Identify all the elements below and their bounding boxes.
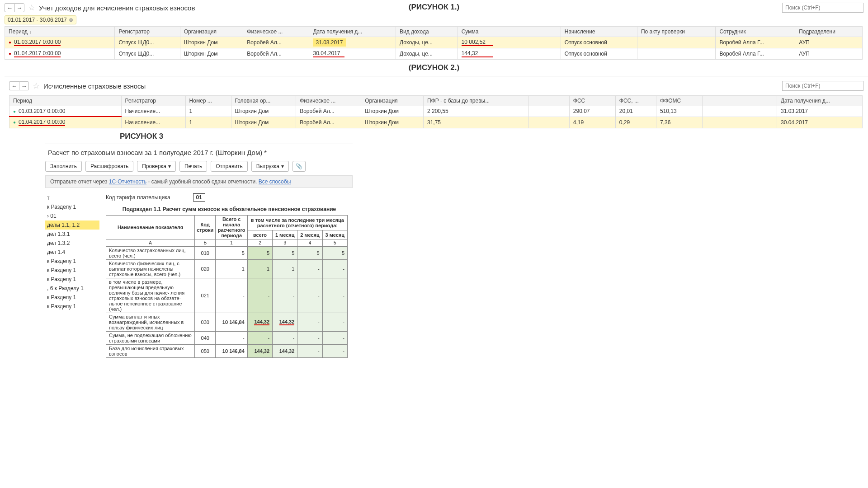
close-icon[interactable]: ⊗ bbox=[69, 17, 73, 23]
export-button[interactable]: Выгрузка▾ bbox=[251, 161, 289, 172]
send-button[interactable]: Отправить bbox=[211, 161, 248, 172]
tree-item[interactable]: т bbox=[45, 193, 99, 202]
section-tree[interactable]: тк Разделу 1› 01делы 1.1, 1.2дел 1.3.1де… bbox=[45, 193, 99, 358]
tree-item[interactable]: , 6 к Разделу 1 bbox=[45, 284, 99, 293]
tariff-code[interactable]: 01 bbox=[193, 193, 205, 202]
search-box bbox=[782, 81, 863, 91]
table-row[interactable]: Количество физических лиц, с выплат кото… bbox=[106, 260, 348, 278]
col-period[interactable]: Период bbox=[9, 96, 122, 106]
tree-item[interactable]: к Разделу 1 bbox=[45, 275, 99, 284]
check-button[interactable]: Проверка▾ bbox=[137, 161, 176, 172]
tree-item[interactable]: к Разделу 1 bbox=[45, 302, 99, 311]
figure-3: РИСУНОК 3 Расчет по страховым взносам за… bbox=[45, 132, 353, 358]
col-blank2[interactable] bbox=[702, 96, 777, 106]
th-total: Всего с начала расчетного периода bbox=[216, 216, 247, 239]
tree-item[interactable]: делы 1.1, 1.2 bbox=[45, 221, 99, 230]
col-person[interactable]: Физическое ... bbox=[296, 96, 361, 106]
report-title: Расчет по страховым взносам за 1 полугод… bbox=[48, 149, 353, 156]
attach-button[interactable]: 📎 bbox=[292, 161, 306, 172]
chevron-down-icon: ▾ bbox=[168, 163, 171, 169]
col-employee[interactable]: Сотрудник bbox=[716, 27, 795, 37]
col-registrar[interactable]: Регистратор bbox=[121, 96, 185, 106]
figure-1: ← → ☆ Учет доходов для исчисления страхо… bbox=[0, 0, 868, 60]
link-all-methods[interactable]: Все способы bbox=[259, 178, 291, 185]
table-row[interactable]: Количество застрахованных лиц, всего (че… bbox=[106, 247, 348, 260]
table-row[interactable]: ●01.03.2017 0:00:00Начисление...1Шторкин… bbox=[9, 106, 863, 117]
badge-text: 01.01.2017 - 30.06.2017 bbox=[8, 17, 67, 23]
info-banner: Отправьте отчет через 1С-Отчетность - са… bbox=[45, 175, 353, 188]
forward-button[interactable]: → bbox=[14, 3, 24, 12]
fill-button[interactable]: Заполнить bbox=[45, 161, 82, 172]
print-button[interactable]: Печать bbox=[179, 161, 207, 172]
tree-item[interactable]: к Разделу 1 bbox=[45, 257, 99, 266]
figure-caption-3: РИСУНОК 3 bbox=[120, 132, 353, 141]
form-main: Код тарифа плательщика 01 Подраздел 1.1 … bbox=[106, 193, 353, 358]
page-title: Учет доходов для исчисления страховых вз… bbox=[39, 4, 195, 12]
figure-caption-2: (РИСУНОК 2.) bbox=[0, 63, 868, 72]
th-m1: 1 месяц bbox=[273, 230, 297, 239]
table-row[interactable]: ●01.04.2017 0:00:00Отпуск ЩД0...Шторкин … bbox=[5, 48, 863, 60]
col-registrar[interactable]: Регистратор bbox=[115, 27, 180, 37]
th-code: Код строки bbox=[195, 216, 216, 239]
figure-2: ← → ☆ Исчисленные страховые взносы Перио… bbox=[5, 76, 868, 128]
col-blank[interactable] bbox=[528, 96, 569, 106]
divider bbox=[45, 144, 353, 144]
th-group: в том числе за последние три месяца расч… bbox=[247, 216, 347, 230]
search-input[interactable] bbox=[782, 3, 863, 13]
decode-button[interactable]: Расшифровать bbox=[85, 161, 133, 172]
back-button[interactable]: ← bbox=[9, 81, 19, 90]
table-row[interactable]: Сумма выплат и иных вознаграждений, исчи… bbox=[106, 313, 348, 332]
tree-item[interactable]: к Разделу 1 bbox=[45, 293, 99, 302]
tree-item[interactable]: › 01 bbox=[45, 211, 99, 221]
link-1c-report[interactable]: 1С-Отчетность bbox=[109, 178, 146, 185]
header-row-2: ← → ☆ Исчисленные страховые взносы bbox=[5, 78, 868, 94]
col-fss-ns[interactable]: ФСС, ... bbox=[615, 96, 656, 106]
tree-item[interactable]: к Разделу 1 bbox=[45, 202, 99, 211]
income-grid: Период ↓ Регистратор Организация Физичес… bbox=[5, 26, 863, 60]
star-icon[interactable]: ☆ bbox=[28, 3, 35, 13]
star-icon[interactable]: ☆ bbox=[33, 81, 40, 91]
forward-button[interactable]: → bbox=[19, 81, 29, 90]
col-department[interactable]: Подразделени bbox=[795, 27, 863, 37]
col-receipt-date[interactable]: Дата получения д... bbox=[309, 27, 396, 37]
th-m2: 2 месяц bbox=[297, 230, 322, 239]
col-sum[interactable]: Сумма bbox=[458, 27, 540, 37]
table-row[interactable]: ●01.04.2017 0:00:00Начисление...1Шторкин… bbox=[9, 117, 863, 128]
col-organization[interactable]: Организация bbox=[180, 27, 243, 37]
chevron-down-icon: ▾ bbox=[281, 163, 284, 169]
col-blank[interactable] bbox=[540, 27, 561, 37]
search-input[interactable] bbox=[782, 81, 863, 91]
period-filter-badge[interactable]: 01.01.2017 - 30.06.2017 ⊗ bbox=[5, 15, 76, 24]
col-income-type[interactable]: Вид дохода bbox=[396, 27, 458, 37]
back-button[interactable]: ← bbox=[5, 3, 14, 12]
col-fss[interactable]: ФСС bbox=[569, 96, 615, 106]
col-audit[interactable]: По акту проверки bbox=[637, 27, 716, 37]
table-row[interactable]: База для исчисления страховых взносов050… bbox=[106, 345, 348, 358]
col-period[interactable]: Период ↓ bbox=[5, 27, 115, 37]
col-receipt-date[interactable]: Дата получения д... bbox=[777, 96, 862, 106]
section-heading: Подраздел 1.1 Расчет сумм взносов на обя… bbox=[106, 206, 353, 212]
table-row[interactable]: ●01.03.2017 0:00:00Отпуск ЩД0...Шторкин … bbox=[5, 37, 863, 48]
tree-item[interactable]: дел 1.4 bbox=[45, 248, 99, 257]
table-row[interactable]: в том числе в размере, превышающем преде… bbox=[106, 278, 348, 313]
page-title: Исчисленные страховые взносы bbox=[43, 82, 146, 90]
tariff-label: Код тарифа плательщика bbox=[106, 194, 170, 201]
th-name: Наименование показателя bbox=[106, 216, 195, 239]
col-organization[interactable]: Организация bbox=[361, 96, 424, 106]
th-vsego: всего bbox=[247, 230, 272, 239]
regulatory-table: Наименование показателя Код строки Всего… bbox=[106, 215, 348, 358]
col-pfr[interactable]: ПФР - с базы до превы... bbox=[423, 96, 528, 106]
tree-item[interactable]: к Разделу 1 bbox=[45, 266, 99, 275]
search-box bbox=[782, 3, 863, 13]
col-number[interactable]: Номер ... bbox=[185, 96, 231, 106]
col-head-org[interactable]: Головная ор... bbox=[231, 96, 296, 106]
col-ffoms[interactable]: ФФОМС bbox=[656, 96, 702, 106]
table-row[interactable]: Сумма, не подлежащая обложению страховым… bbox=[106, 332, 348, 345]
tree-item[interactable]: дел 1.3.1 bbox=[45, 230, 99, 239]
contributions-grid: Период Регистратор Номер ... Головная ор… bbox=[9, 95, 863, 128]
col-accrual[interactable]: Начисление bbox=[561, 27, 637, 37]
th-m3: 3 месяц bbox=[322, 230, 347, 239]
tree-item[interactable]: дел 1.3.2 bbox=[45, 239, 99, 248]
col-person[interactable]: Физическое ... bbox=[243, 27, 309, 37]
sort-icon: ↓ bbox=[29, 29, 32, 34]
